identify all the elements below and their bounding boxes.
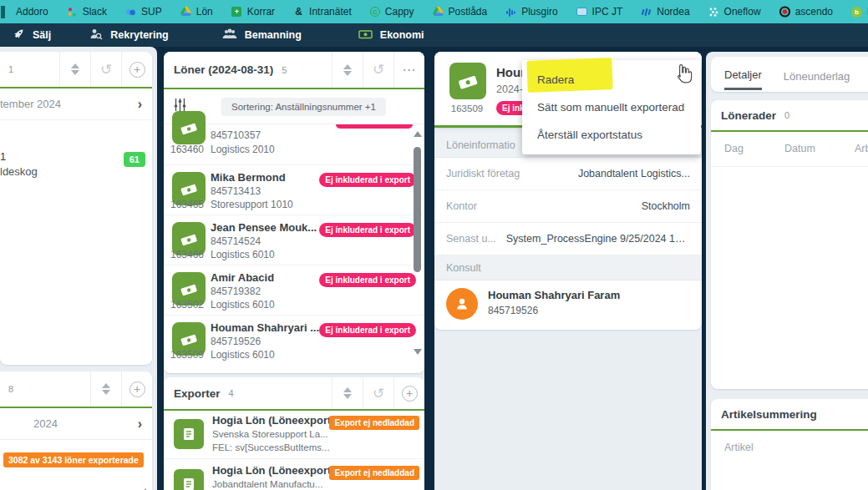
- avatar: [446, 288, 478, 320]
- card-count: 5: [282, 65, 287, 75]
- lonerader-header: Lönerader 0: [711, 100, 868, 132]
- refresh-icon: ↻: [373, 61, 384, 78]
- row-id: 163466: [167, 249, 204, 260]
- bookmark-ipcjt[interactable]: IPC JT: [567, 6, 632, 18]
- bookmark-cappy[interactable]: C Cappy: [361, 6, 424, 18]
- card-icon: [576, 7, 587, 18]
- card-count: 0: [784, 110, 789, 120]
- section-header-konsult: Konsult: [434, 255, 702, 280]
- refresh-icon: ↻: [100, 61, 112, 78]
- tab-loneunderlag[interactable]: Löneunderlag: [784, 60, 850, 89]
- employee-number: 845719382: [211, 285, 261, 297]
- bookmark-nordea[interactable]: Nordea: [632, 6, 698, 18]
- bookmark-addoro[interactable]: Addoro: [0, 6, 58, 18]
- menu-item-satt-som-manuellt-exporterad[interactable]: Sätt som manuellt exporterad: [522, 93, 701, 121]
- status-badge: Ej inkluderad i export: [319, 273, 416, 287]
- wave-icon: [641, 7, 652, 18]
- detail-row[interactable]: Kontor Stockholm: [434, 190, 702, 223]
- card-title: Artikelsummering: [721, 408, 817, 421]
- bookmark-sup[interactable]: SUP: [116, 6, 171, 18]
- bookmark-korrar[interactable]: + Korrar: [222, 6, 284, 18]
- bookmark-oneflow[interactable]: Oneflow: [699, 6, 770, 18]
- column-detail: 163509 Houm 2024-0 Ej inklu Löneinformat…: [434, 52, 702, 490]
- table-header-row: Dag Datum Arb: [711, 132, 868, 167]
- refresh-icon: ↻: [373, 385, 384, 402]
- consultant-row[interactable]: Houman Shahryari Faram 845719526: [434, 280, 702, 327]
- sorting-pill[interactable]: Sortering: Anställningsnummer +1: [221, 98, 386, 116]
- nav-salj[interactable]: Sälj: [0, 23, 63, 47]
- status-badge: Ej inkluderad i export: [319, 323, 416, 337]
- add-button[interactable]: +: [393, 377, 424, 409]
- card-title: Löner (2024-08-31): [174, 63, 273, 76]
- bookmark-home[interactable]: b Home: [842, 6, 868, 18]
- employee-name: Mika Bermond: [211, 171, 286, 184]
- period-row[interactable]: 2024 ›: [0, 408, 152, 440]
- bookmark-lon[interactable]: Lön: [171, 6, 222, 18]
- column-header-artikel: Artikel: [724, 442, 754, 453]
- add-button[interactable]: +: [121, 371, 152, 407]
- refresh-button[interactable]: ↻: [363, 377, 393, 409]
- loner-list-item[interactable]: Houman Shahryari ... 845719526 163509 Lo…: [164, 315, 424, 365]
- refresh-button[interactable]: ↻: [363, 52, 393, 88]
- salary-icon: [449, 63, 486, 99]
- tab-detaljer[interactable]: Detaljer: [724, 58, 762, 90]
- rocket-icon: [12, 28, 25, 43]
- period-card-bottom: 8 + 2024 › 3082 av 3143 löner exporterad…: [0, 371, 152, 490]
- bookmark-ascendo[interactable]: ascendo: [770, 6, 842, 18]
- scroll-down-icon: [414, 349, 422, 355]
- row-id: 163460: [167, 144, 204, 155]
- row-label: Juridiskt företag: [446, 168, 520, 179]
- more-button[interactable]: ⋯: [393, 52, 424, 88]
- exporter-item[interactable]: Hogia Lön (Löneexport) Jobandtalent Manu…: [164, 458, 424, 490]
- sort-button[interactable]: [332, 377, 363, 409]
- lonerader-card: Lönerader 0 Dag Datum Arb: [711, 100, 868, 389]
- loner-list-item[interactable]: Mika Bermond 845713413 163465 Storesuppo…: [164, 164, 424, 215]
- loner-list-item[interactable]: 845710357 163460 Logistics 2010: [164, 124, 424, 164]
- detail-row[interactable]: Senast u... System_ProcessEngine 9/25/20…: [434, 223, 702, 255]
- consultant-name: Houman Shahryari Faram: [488, 289, 620, 301]
- artikelsummering-card: Artikelsummering Artikel: [711, 399, 868, 490]
- drive-icon: [180, 7, 191, 18]
- row-value: Jobandtalent Logistics...: [578, 168, 690, 179]
- nav-rekrytering[interactable]: Rekrytering: [78, 23, 180, 47]
- sort-button[interactable]: [59, 52, 90, 87]
- addoro-icon: [0, 7, 11, 18]
- detail-row[interactable]: Juridiskt företag Jobandtalent Logistics…: [434, 158, 702, 190]
- bookmark-postlada[interactable]: Postlåda: [424, 6, 497, 18]
- export-status-row[interactable]: 3082 av 3143 löner exporterade: [0, 440, 152, 467]
- plus-icon: +: [402, 386, 418, 402]
- sort-button[interactable]: [90, 371, 121, 407]
- cash-icon: [358, 28, 373, 43]
- export-doc-icon: [174, 469, 204, 490]
- sort-button[interactable]: [332, 52, 363, 88]
- more-icon: ⋯: [403, 62, 417, 78]
- bookmark-intranatet[interactable]: & Intranätet: [284, 6, 361, 18]
- menu-item-aterstall-exportstatus[interactable]: Återställ exportstatus: [522, 121, 701, 149]
- status-badge: Ej inkluderad i export: [319, 223, 416, 237]
- period-row[interactable]: tember 2024 ›: [0, 88, 152, 120]
- kanban-board: 1 ↻ + tember 2024 › 1 ldeskog 61 8: [0, 47, 868, 490]
- add-button[interactable]: +: [121, 52, 152, 87]
- nav-ekonomi[interactable]: Ekonomi: [347, 23, 436, 47]
- spreadsheet-icon: +: [231, 7, 242, 18]
- bookmark-plusgiro[interactable]: Plusgiro: [496, 6, 566, 18]
- row-value: Stockholm: [642, 200, 690, 212]
- employee-name: Houman Shahryari ...: [211, 321, 319, 334]
- loner-list-item[interactable]: Jean Pensee Mouk... 845714524 163466 Log…: [164, 215, 424, 265]
- scroll-thumb: [414, 147, 421, 272]
- department: Logistics 6010: [211, 299, 275, 311]
- export-progress-badge: 3082 av 3143 löner exporterade: [3, 452, 144, 467]
- bookmark-slack[interactable]: Slack: [58, 6, 116, 18]
- refresh-button[interactable]: ↻: [90, 52, 121, 87]
- export-status-badge: Export ej nedladdad: [329, 466, 419, 480]
- row-id: 163465: [167, 199, 204, 210]
- loner-list-item[interactable]: Amir Abacid 845719382 163502 Logistics 6…: [164, 265, 424, 315]
- export-line3: FEL: sv[SuccessButItems...: [212, 442, 330, 452]
- period-list-item[interactable]: 1 ldeskog 61: [0, 150, 152, 178]
- column-right-panel: Detaljer Löneunderlag Lönerader 0 Dag Da…: [706, 52, 868, 490]
- cursor-pointer-icon: [673, 63, 695, 90]
- period-card-header: 1 ↻ +: [0, 52, 152, 88]
- scrollbar[interactable]: [413, 128, 422, 370]
- exporter-item[interactable]: Hogia Lön (Löneexport) Svenska Storesupp…: [164, 411, 424, 458]
- nav-bemanning[interactable]: Bemanning: [211, 23, 313, 47]
